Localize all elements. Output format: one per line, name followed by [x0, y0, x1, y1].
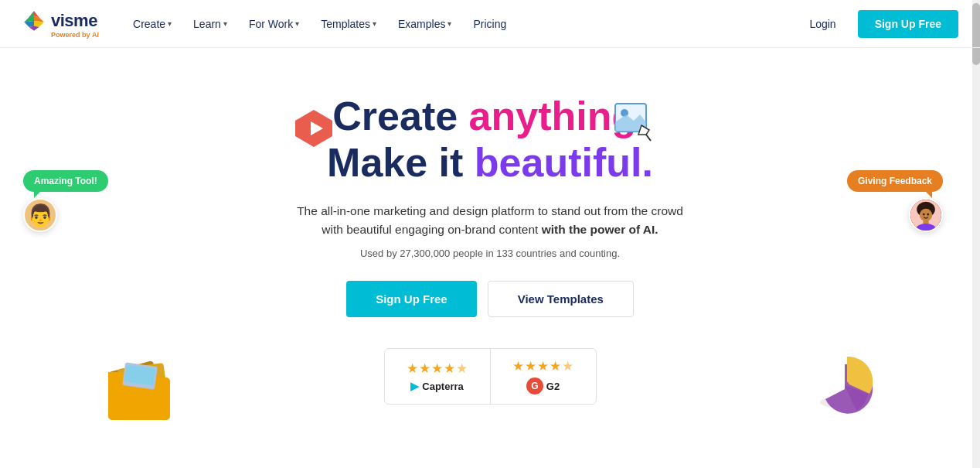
- nav-forwork-label: For Work: [249, 18, 293, 30]
- powered-by: Powered by AI: [51, 31, 99, 39]
- svg-point-15: [920, 209, 932, 221]
- nav-create[interactable]: Create ▾: [124, 12, 181, 36]
- bubble-right-area: Giving Feedback: [847, 170, 943, 232]
- logo-area: visme Powered by AI: [22, 9, 99, 39]
- nav-create-chevron: ▾: [168, 19, 172, 28]
- hero-users-count: Used by 27,300,000 people in 133 countri…: [360, 248, 620, 259]
- visme-logo-icon: [22, 9, 46, 33]
- hero-title-anything: anything: [469, 94, 637, 138]
- svg-rect-25: [124, 364, 156, 385]
- hero-buttons: Sign Up Free View Templates: [346, 281, 634, 317]
- hero-title-beautiful: beautiful: [475, 140, 642, 185]
- nav-forwork-chevron: ▾: [295, 19, 299, 28]
- g2-rating: ★★★★★ G G2: [490, 349, 596, 404]
- capterra-label: Capterra: [422, 381, 463, 392]
- hero-subtitle: The all-in-one marketing and design plat…: [297, 202, 683, 241]
- nav-templates-chevron: ▾: [373, 19, 376, 28]
- nav-learn[interactable]: Learn ▾: [184, 12, 236, 36]
- svg-rect-24: [122, 362, 158, 390]
- login-button[interactable]: Login: [800, 12, 845, 36]
- capterra-rating: ★★★★★ ▶ Capterra: [385, 351, 490, 401]
- nav-templates[interactable]: Templates ▾: [311, 12, 386, 36]
- nav-pricing[interactable]: Pricing: [464, 12, 516, 36]
- nav-examples-label: Examples: [398, 18, 445, 30]
- nav-learn-chevron: ▾: [223, 19, 227, 28]
- svg-rect-22: [108, 377, 170, 420]
- g2-stars: ★★★★★: [512, 358, 574, 374]
- hero-title: Create anything. Make it beautiful.: [327, 94, 653, 186]
- svg-marker-7: [311, 121, 323, 135]
- amazing-tool-bubble: Amazing Tool!: [23, 170, 108, 192]
- nav-links: Create ▾ Learn ▾ For Work ▾ Templates ▾ …: [124, 12, 800, 36]
- svg-point-14: [917, 202, 935, 217]
- hero-title-dot1: .: [636, 94, 647, 138]
- g2-logo-icon: G: [526, 377, 543, 395]
- hero-title-dot2: .: [641, 140, 652, 185]
- hero-title-create: Create: [332, 94, 468, 138]
- g2-label: G2: [546, 381, 560, 392]
- svg-rect-23: [108, 372, 135, 383]
- hero-subtitle-bold: with the power of AI.: [542, 223, 658, 236]
- hero-section: Amazing Tool! 👨 Giving Feedback: [0, 48, 980, 466]
- capterra-stars: ★★★★★: [407, 360, 468, 377]
- hero-templates-button[interactable]: View Templates: [488, 281, 634, 317]
- nav-examples-chevron: ▾: [447, 19, 451, 28]
- navbar: visme Powered by AI Create ▾ Learn ▾ For…: [0, 0, 980, 48]
- svg-point-26: [820, 396, 869, 408]
- g2-logo-area: G G2: [526, 377, 560, 395]
- giving-feedback-bubble: Giving Feedback: [847, 170, 943, 192]
- ratings-row: ★★★★★ ▶ Capterra ★★★★★ G G2: [384, 348, 597, 405]
- hero-subtitle-line1: The all-in-one marketing and design plat…: [297, 204, 683, 217]
- nav-create-label: Create: [133, 18, 165, 30]
- logo[interactable]: visme: [22, 9, 99, 33]
- signup-button[interactable]: Sign Up Free: [858, 10, 958, 38]
- nav-forwork[interactable]: For Work ▾: [240, 12, 308, 36]
- nav-examples[interactable]: Examples ▾: [389, 12, 461, 36]
- folder-decoration: [100, 350, 185, 423]
- svg-rect-16: [923, 220, 928, 224]
- avatar-left: 👨: [23, 198, 57, 232]
- nav-right: Login Sign Up Free: [800, 10, 958, 38]
- nav-pricing-label: Pricing: [473, 18, 506, 30]
- bubble-left-area: Amazing Tool! 👨: [23, 170, 108, 232]
- svg-point-17: [916, 224, 935, 232]
- capterra-arrow-icon: ▶: [410, 380, 419, 392]
- svg-rect-21: [117, 363, 168, 408]
- svg-rect-20: [108, 360, 163, 410]
- hero-signup-button[interactable]: Sign Up Free: [346, 281, 477, 317]
- hero-title-make: Make: [327, 140, 439, 185]
- nav-learn-label: Learn: [193, 18, 221, 30]
- hero-title-it: it: [439, 140, 475, 185]
- svg-point-19: [927, 214, 929, 216]
- capterra-logo: ▶ Capterra: [410, 380, 463, 392]
- svg-point-13: [910, 200, 941, 231]
- pie-chart-decoration: [810, 354, 880, 427]
- svg-point-18: [923, 214, 925, 216]
- nav-templates-label: Templates: [321, 18, 370, 30]
- avatar-right: [909, 198, 943, 232]
- logo-text-label: visme: [51, 11, 97, 31]
- hero-subtitle-line2: with beautiful engaging on-brand content: [322, 223, 541, 236]
- svg-marker-3: [24, 11, 34, 22]
